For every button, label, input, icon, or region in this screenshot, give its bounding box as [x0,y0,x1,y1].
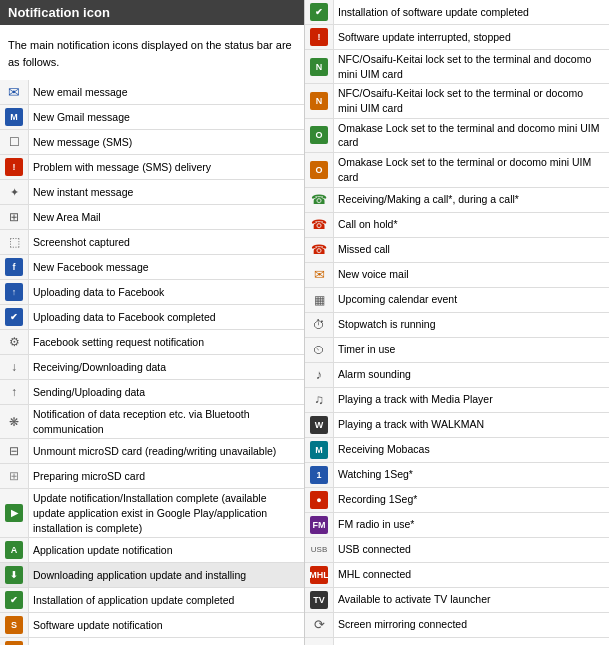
icon-cell: IR [305,637,334,645]
icon-cell: FM [305,512,334,537]
icon-cell: S [0,613,29,638]
list-item: fNew Facebook message [0,255,304,280]
notification-icon: ⬚ [4,232,24,252]
desc-cell: Downloading application update and insta… [29,563,305,588]
icon-cell: ☎ [305,187,334,212]
notification-icon: ⬇ [4,565,24,585]
page-container: Notification icon The main notification … [0,0,609,645]
desc-cell: Receiving/Making a call*, during a call* [334,187,610,212]
icon-cell: ⬇ [0,638,29,645]
notification-icon: N [309,91,329,111]
list-item: ✔Installation of application update comp… [0,588,304,613]
list-item: MNew Gmail message [0,105,304,130]
desc-cell: Facebook setting request notification [29,330,305,355]
notification-icon: MHL [309,565,329,585]
icon-cell: 1 [305,462,334,487]
desc-cell: Downloading software update completed [29,638,305,645]
list-item: ●Recording 1Seg* [305,487,609,512]
desc-cell: MHL connected [334,562,610,587]
desc-cell: Notification of data reception etc. via … [29,405,305,439]
icon-cell: ↓ [0,355,29,380]
list-item: ☐New message (SMS) [0,130,304,155]
list-item: ✉New email message [0,80,304,105]
list-item: ♪Alarm sounding [305,362,609,387]
list-item: ☎Missed call [305,237,609,262]
list-item: ▦Upcoming calendar event [305,287,609,312]
desc-cell: Upcoming calendar event [334,287,610,312]
desc-cell: Playing a track with Media Player [334,387,610,412]
notification-icon: ✉ [309,265,329,285]
notification-icon: ⏱ [309,315,329,335]
desc-cell: Application update notification [29,538,305,563]
list-item: ⏱Stopwatch is running [305,312,609,337]
icon-cell: USB [305,537,334,562]
icon-cell: ⚙ [0,330,29,355]
list-item: ✔Installation of software update complet… [305,0,609,25]
icon-cell: ✉ [305,262,334,287]
icon-cell: ✔ [0,305,29,330]
icon-cell: TV [305,587,334,612]
desc-cell: Communicating via Infrared [334,637,610,645]
notification-icon: ↓ [4,357,24,377]
desc-cell: Missed call [334,237,610,262]
desc-cell: Alarm sounding [334,362,610,387]
desc-cell: Call on hold* [334,212,610,237]
list-item: TVAvailable to activate TV launcher [305,587,609,612]
list-item: ⬇Downloading application update and inst… [0,563,304,588]
notification-icon: M [4,107,24,127]
notification-icon: ⬇ [4,640,24,645]
desc-cell: Screen mirroring connected [334,612,610,637]
notification-icon: ▦ [309,290,329,310]
notification-icon: USB [309,540,329,560]
icon-cell: ! [0,155,29,180]
desc-cell: Available to activate TV launcher [334,587,610,612]
notification-icon: ☎ [309,215,329,235]
icon-cell: ↑ [0,380,29,405]
notification-icon: ✦ [4,182,24,202]
list-item: ⟳Screen mirroring connected [305,612,609,637]
notification-icon: TV [309,590,329,610]
left-column: Notification icon The main notification … [0,0,305,645]
notification-icon: f [4,257,24,277]
list-item: OOmakase Lock set to the terminal or doc… [305,153,609,187]
desc-cell: Timer in use [334,337,610,362]
list-item: MReceiving Mobacas [305,437,609,462]
desc-cell: Playing a track with WALKMAN [334,412,610,437]
icon-cell: N [305,50,334,84]
icon-cell: ☐ [0,130,29,155]
notification-icon: ⊞ [4,466,24,486]
list-item: ▶Update notification/Installation comple… [0,489,304,538]
icon-cell: ! [305,25,334,50]
list-item: IRCommunicating via Infrared [305,637,609,645]
notification-icon: S [4,615,24,635]
list-item: USBUSB connected [305,537,609,562]
desc-cell: Software update notification [29,613,305,638]
icon-cell: A [0,538,29,563]
list-item: ⊞Preparing microSD card [0,464,304,489]
list-item: MHLMHL connected [305,562,609,587]
notification-icon: ↑ [4,382,24,402]
desc-cell: Receiving Mobacas [334,437,610,462]
icon-cell: ⏱ [305,312,334,337]
desc-cell: Omakase Lock set to the terminal and doc… [334,118,610,152]
notification-icon: ♪ [309,365,329,385]
icon-cell: ♫ [305,387,334,412]
left-icon-table: ✉New email messageMNew Gmail message☐New… [0,80,304,645]
list-item: OOmakase Lock set to the terminal and do… [305,118,609,152]
section-title: Notification icon [8,5,110,20]
notification-icon: ✔ [4,307,24,327]
notification-icon: N [309,57,329,77]
notification-icon: ☎ [309,240,329,260]
icon-cell: ● [305,487,334,512]
icon-cell: ⊞ [0,205,29,230]
list-item: ⊟Unmount microSD card (reading/writing u… [0,439,304,464]
notification-icon: ▶ [4,503,24,523]
desc-cell: Problem with message (SMS) delivery [29,155,305,180]
list-item: ⬚Screenshot captured [0,230,304,255]
notification-icon: ⊞ [4,207,24,227]
notification-icon: ! [309,27,329,47]
list-item: ♫Playing a track with Media Player [305,387,609,412]
icon-cell: O [305,118,334,152]
icon-cell: M [0,105,29,130]
desc-cell: NFC/Osaifu-Keitai lock set to the termin… [334,50,610,84]
